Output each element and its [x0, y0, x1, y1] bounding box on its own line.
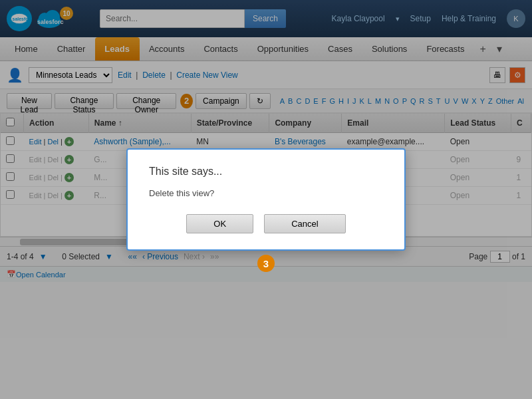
modal-buttons: OK Cancel [149, 214, 383, 233]
modal-body: Delete this view? [149, 188, 383, 198]
modal-title: This site says... [149, 166, 383, 178]
modal-overlay: This site says... Delete this view? OK C… [0, 0, 532, 399]
modal-dialog: This site says... Delete this view? OK C… [126, 148, 406, 251]
modal-cancel-button[interactable]: Cancel [264, 214, 345, 233]
step-3-badge: 3 [257, 255, 275, 272]
modal-ok-button[interactable]: OK [186, 214, 253, 233]
